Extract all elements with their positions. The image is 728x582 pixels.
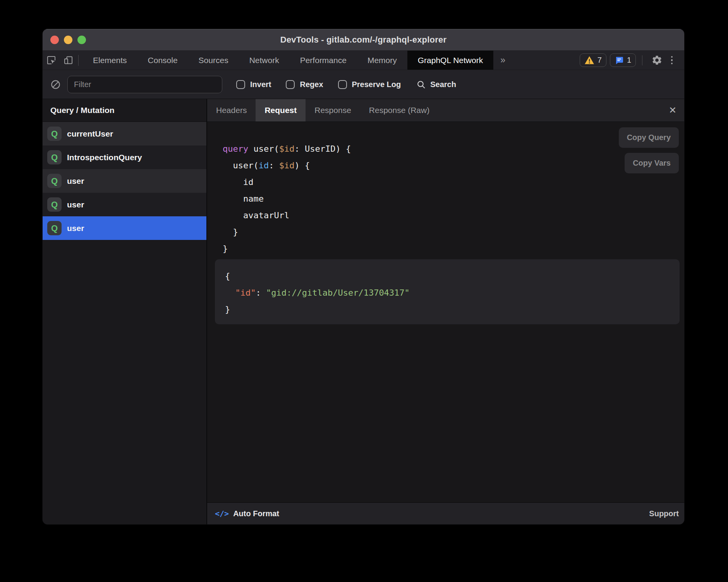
checkbox-regex[interactable]: Regex <box>286 80 323 89</box>
search-icon <box>416 80 426 89</box>
maximize-window-button[interactable] <box>77 36 86 44</box>
close-window-button[interactable] <box>50 36 59 44</box>
devtools-tab-memory[interactable]: Memory <box>357 51 407 70</box>
checkbox-label: Regex <box>300 80 323 89</box>
devtools-tab-performance[interactable]: Performance <box>290 51 357 70</box>
variables-box: { "id": "gid://gitlab/User/13704317"} <box>215 259 680 324</box>
query-type-badge: Q <box>47 197 62 212</box>
request-tab-response[interactable]: Response <box>306 99 360 122</box>
query-list: QcurrentUserQIntrospectionQueryQuserQuse… <box>43 122 206 240</box>
query-list-item-user[interactable]: Quser <box>43 169 206 193</box>
settings-gear-icon[interactable] <box>649 55 665 66</box>
devtools-window: DevTools - gitlab.com/-/graphql-explorer… <box>43 29 684 524</box>
devtools-tab-network[interactable]: Network <box>239 51 290 70</box>
filter-input[interactable] <box>67 76 222 93</box>
inspect-element-icon[interactable] <box>43 51 60 70</box>
variables-json: { "id": "gid://gitlab/User/13704317"} <box>225 268 680 318</box>
request-tab-request[interactable]: Request <box>256 99 306 122</box>
copy-query-button[interactable]: Copy Query <box>619 127 679 148</box>
devtools-tab-graphql-network[interactable]: GraphQL Network <box>407 51 493 70</box>
query-list-item-currentuser[interactable]: QcurrentUser <box>43 122 206 146</box>
issues-badge[interactable]: 1 <box>610 53 636 67</box>
checkbox-box[interactable] <box>338 80 347 89</box>
main-toolbar: ElementsConsoleSourcesNetworkPerformance… <box>43 51 684 70</box>
query-name: user <box>67 176 84 186</box>
chat-bubble-icon <box>615 56 624 65</box>
filter-checkboxes: InvertRegexPreserve Log <box>236 80 401 89</box>
request-detail-tablist: HeadersRequestResponseResponse (Raw) <box>207 99 438 122</box>
query-list-item-user[interactable]: Quser <box>43 193 206 216</box>
toolbar-divider <box>642 55 642 65</box>
request-tab-headers[interactable]: Headers <box>207 99 256 122</box>
copy-buttons: Copy Query Copy Vars <box>619 127 679 173</box>
auto-format-label: Auto Format <box>233 509 279 518</box>
minimize-window-button[interactable] <box>64 36 72 44</box>
query-name: user <box>67 224 84 233</box>
query-list-panel: Query / Mutation QcurrentUserQIntrospect… <box>43 99 207 524</box>
query-type-badge: Q <box>47 150 62 164</box>
panel-footer: </> Auto Format Support <box>207 502 684 524</box>
graphql-query-code: query user($id: UserID) { user(id: $id) … <box>223 140 684 257</box>
checkbox-label: Invert <box>250 80 271 89</box>
kebab-menu-icon[interactable] <box>665 56 679 65</box>
query-list-item-introspectionquery[interactable]: QIntrospectionQuery <box>43 146 206 169</box>
devtools-tab-elements[interactable]: Elements <box>82 51 137 70</box>
request-detail-tabs: HeadersRequestResponseResponse (Raw) ✕ <box>207 99 684 122</box>
more-tabs-button[interactable]: » <box>493 51 512 70</box>
request-body: Copy Query Copy Vars query user($id: Use… <box>207 122 684 502</box>
query-name: IntrospectionQuery <box>67 153 142 162</box>
checkbox-label: Preserve Log <box>352 80 401 89</box>
request-detail-panel: HeadersRequestResponseResponse (Raw) ✕ C… <box>207 99 684 524</box>
query-type-badge: Q <box>47 221 62 235</box>
toolbar-right-controls: 7 1 <box>576 51 684 70</box>
query-list-item-user[interactable]: Quser <box>43 216 206 240</box>
query-name: currentUser <box>67 129 113 139</box>
search-label: Search <box>430 80 456 89</box>
toolbar-divider <box>78 55 79 66</box>
checkbox-box[interactable] <box>236 80 245 89</box>
request-tab-response-raw[interactable]: Response (Raw) <box>360 99 438 122</box>
auto-format-button[interactable]: </> Auto Format <box>215 509 279 518</box>
code-format-icon: </> <box>215 509 229 518</box>
query-type-badge: Q <box>47 174 62 188</box>
window-title: DevTools - gitlab.com/-/graphql-explorer <box>43 35 684 45</box>
search-button[interactable]: Search <box>416 80 456 89</box>
support-link[interactable]: Support <box>649 509 679 518</box>
filter-bar: InvertRegexPreserve Log Search <box>43 70 684 99</box>
close-panel-icon[interactable]: ✕ <box>661 99 684 122</box>
checkbox-invert[interactable]: Invert <box>236 80 271 89</box>
warning-count: 7 <box>598 56 602 65</box>
warnings-badge[interactable]: 7 <box>580 53 606 67</box>
devtools-tab-sources[interactable]: Sources <box>188 51 239 70</box>
copy-vars-button[interactable]: Copy Vars <box>625 153 679 173</box>
warning-icon <box>584 56 594 65</box>
titlebar: DevTools - gitlab.com/-/graphql-explorer <box>43 29 684 51</box>
desktop-background: DevTools - gitlab.com/-/graphql-explorer… <box>0 0 728 582</box>
devtools-tab-console[interactable]: Console <box>137 51 188 70</box>
checkbox-preserve-log[interactable]: Preserve Log <box>338 80 401 89</box>
content-area: Query / Mutation QcurrentUserQIntrospect… <box>43 99 684 524</box>
query-type-badge: Q <box>47 127 62 141</box>
device-toolbar-icon[interactable] <box>60 51 77 70</box>
checkbox-box[interactable] <box>286 80 295 89</box>
devtools-tabs: ElementsConsoleSourcesNetworkPerformance… <box>82 51 493 70</box>
query-list-header: Query / Mutation <box>43 99 206 122</box>
issues-count: 1 <box>627 56 631 65</box>
traffic-lights <box>50 29 86 51</box>
block-clear-icon[interactable] <box>49 79 62 90</box>
query-name: user <box>67 200 84 209</box>
